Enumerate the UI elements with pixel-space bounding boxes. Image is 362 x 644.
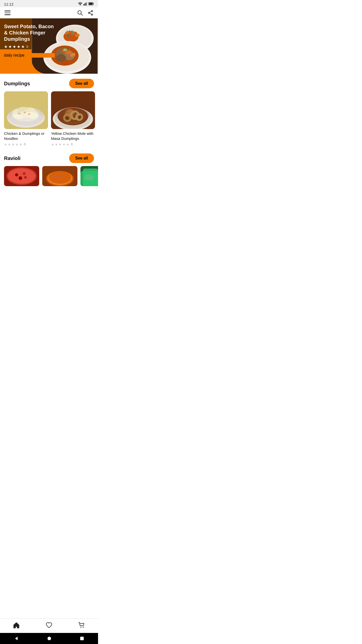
svg-point-11 [88, 12, 90, 14]
svg-point-39 [63, 49, 67, 51]
svg-point-22 [71, 32, 74, 35]
svg-point-73 [23, 172, 25, 175]
battery-icon [88, 2, 94, 6]
svg-point-0 [80, 5, 81, 6]
svg-line-8 [81, 14, 83, 16]
svg-point-80 [55, 175, 58, 178]
hero-text-area: Sweet Potato, Bacon & Chicken Finger Dum… [0, 18, 59, 74]
ravioli-see-all-button[interactable]: See all [69, 153, 94, 163]
nav-left [5, 11, 11, 15]
svg-line-13 [90, 13, 92, 14]
svg-rect-48 [18, 113, 20, 114]
svg-point-47 [25, 108, 35, 115]
card-star-3: ★ [12, 142, 15, 146]
hero-star-4: ★ [17, 44, 20, 49]
share-button[interactable] [87, 10, 94, 16]
hero-star-5: ★ [21, 44, 25, 49]
yellow-chicken-img-bg [51, 91, 95, 129]
chicken-dumplings-svg [4, 91, 48, 129]
svg-point-75 [24, 176, 27, 179]
svg-rect-1 [83, 4, 84, 6]
chicken-dumplings-count: 0 [24, 143, 26, 146]
yellow-chicken-title: Yellow Chicken Mole with Masa Dumplings [51, 131, 95, 141]
menu-button[interactable] [5, 11, 11, 15]
svg-point-10 [92, 14, 93, 15]
card2-star-4: ★ [62, 142, 66, 146]
yellow-chicken-count: 0 [71, 143, 73, 146]
ravioli-preview-1[interactable] [4, 166, 39, 186]
svg-rect-2 [85, 3, 85, 6]
chicken-dumplings-image [4, 91, 48, 129]
yellow-chicken-svg [51, 91, 95, 129]
ravioli-preview-3[interactable] [80, 166, 98, 186]
hero-banner[interactable]: Sweet Potato, Bacon & Chicken Finger Dum… [0, 18, 98, 74]
svg-rect-4 [87, 2, 88, 6]
card-star-5: ★ [19, 142, 22, 146]
svg-rect-3 [86, 3, 86, 6]
hero-star-3: ★ [13, 44, 16, 49]
chicken-dumplings-stars: ★ ★ ★ ★ ★ 0 [4, 142, 48, 146]
share-icon [87, 10, 94, 16]
ravioli-title: Ravioli [4, 155, 21, 161]
recipe-card-yellow-chicken[interactable]: Yellow Chicken Mole with Masa Dumplings … [51, 91, 95, 146]
svg-rect-50 [28, 113, 30, 115]
svg-rect-49 [24, 112, 26, 113]
hero-star-1: ★ [4, 44, 8, 49]
card2-star-5: ★ [66, 142, 69, 146]
svg-point-9 [92, 11, 93, 12]
card2-star-1: ★ [51, 142, 54, 146]
hero-rating: ★ ★ ★ ★ ★ 0 [4, 44, 55, 49]
svg-point-51 [13, 111, 38, 122]
dumplings-section-header: Dumplings See all [0, 74, 98, 91]
soup-img [42, 166, 77, 186]
hero-recipe-title: Sweet Potato, Bacon & Chicken Finger Dum… [4, 23, 55, 42]
pizza-img [4, 166, 39, 186]
card-star-2: ★ [8, 142, 11, 146]
svg-point-79 [49, 171, 71, 184]
svg-point-21 [66, 33, 70, 37]
recipe-card-chicken-dumplings[interactable]: Chicken & Dumplings or Noodles ★ ★ ★ ★ ★… [4, 91, 48, 146]
nav-right [77, 10, 94, 16]
search-button[interactable] [77, 10, 83, 16]
card2-star-2: ★ [55, 142, 58, 146]
svg-point-74 [19, 176, 22, 180]
card2-star-3: ★ [59, 142, 62, 146]
status-time: 11:12 [4, 2, 14, 6]
svg-rect-6 [89, 3, 93, 5]
dumplings-cards-row: Chicken & Dumplings or Noodles ★ ★ ★ ★ ★… [0, 91, 98, 148]
yellow-chicken-image [51, 91, 95, 129]
dumplings-see-all-button[interactable]: See all [69, 79, 94, 88]
hero-rating-count: 0 [26, 45, 28, 49]
svg-point-65 [57, 108, 89, 123]
search-icon [77, 10, 83, 16]
hamburger-icon [5, 11, 11, 15]
svg-point-81 [61, 175, 63, 177]
card-star-1: ★ [4, 142, 7, 146]
ravioli-preview-2[interactable] [42, 166, 77, 186]
signal-icon [83, 2, 87, 6]
card-star-4: ★ [15, 142, 19, 146]
wifi-icon [78, 2, 82, 6]
hero-daily-label: daily recipe [4, 53, 55, 58]
status-bar: 11:12 [0, 0, 98, 7]
chicken-dumplings-img-bg [4, 91, 48, 129]
svg-point-72 [15, 173, 18, 176]
chicken-dumplings-title: Chicken & Dumplings or Noodles [4, 131, 48, 141]
dumplings-title: Dumplings [4, 81, 30, 87]
veggie-img [80, 166, 98, 186]
ravioli-preview-row [0, 166, 98, 189]
svg-point-85 [84, 174, 94, 180]
top-nav [0, 7, 98, 18]
svg-point-71 [8, 169, 35, 184]
status-icons [78, 2, 94, 6]
hero-star-2: ★ [8, 44, 12, 49]
svg-line-12 [90, 12, 92, 13]
ravioli-section-header: Ravioli See all [0, 148, 98, 166]
main-content: Dumplings See all [0, 74, 98, 219]
yellow-chicken-stars: ★ ★ ★ ★ ★ 0 [51, 142, 95, 146]
